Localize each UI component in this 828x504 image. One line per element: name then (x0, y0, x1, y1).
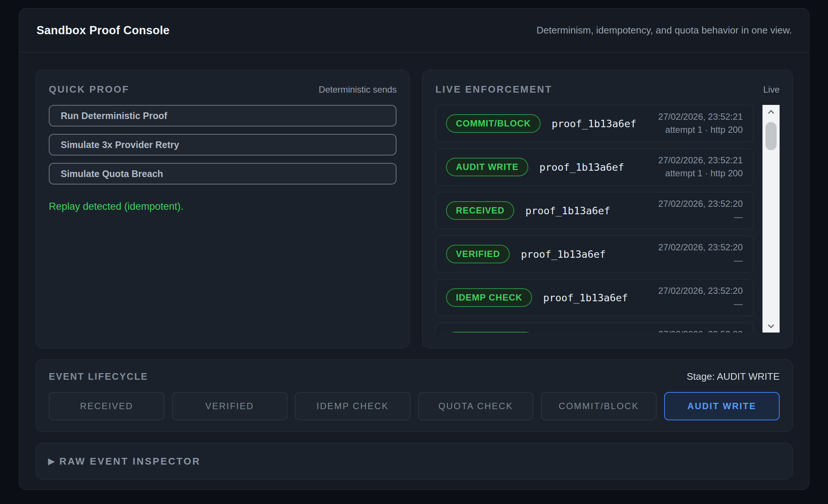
replay-status-text: Replay detected (idempotent). (49, 201, 397, 212)
event-lifecycle-panel: EVENT LIFECYCLE Stage: AUDIT WRITE RECEI… (36, 359, 793, 432)
event-list-viewport: COMMIT/BLOCK proof_1b13a6ef 27/02/2026, … (435, 105, 780, 333)
event-attempt-info: attempt 1 · http 200 (658, 123, 743, 137)
stage-pill-label: QUOTA CHECK (439, 401, 513, 411)
event-row[interactable]: AUDIT WRITE proof_1b13a6ef 27/02/2026, 2… (435, 148, 754, 186)
live-enforcement-title: LIVE ENFORCEMENT (435, 84, 552, 95)
stage-pill[interactable]: QUOTA CHECK (418, 392, 534, 420)
event-timestamp: 27/02/2026, 23:52:20 (658, 198, 743, 211)
quick-proof-title: QUICK PROOF (49, 84, 129, 95)
event-timestamp: 27/02/2026, 23:52:20 (658, 328, 743, 333)
event-list-scrollbar[interactable] (762, 105, 780, 333)
event-meta: 27/02/2026, 23:52:21 attempt 1 · http 20… (658, 110, 743, 137)
scroll-up-icon[interactable] (768, 110, 774, 116)
stage-pill-label: RECEIVED (80, 401, 133, 411)
event-meta: 27/02/2026, 23:52:20 — (658, 285, 743, 311)
event-lifecycle-title: EVENT LIFECYCLE (49, 371, 148, 382)
stage-pill-label: VERIFIED (205, 401, 254, 411)
quick-proof-header: QUICK PROOF Deterministic sends (49, 84, 397, 95)
event-row[interactable]: VERIFIED proof_1b13a6ef 27/02/2026, 23:5… (435, 235, 754, 273)
event-id: proof_1b13a6ef (521, 248, 606, 260)
event-meta: 27/02/2026, 23:52:20 — (658, 198, 743, 224)
event-row-left: IDEMP CHECK proof_1b13a6ef (446, 288, 628, 307)
event-attempt-info: — (658, 254, 743, 267)
event-timestamp: 27/02/2026, 23:52:21 (658, 154, 743, 167)
stage-badge: RECEIVED (446, 201, 514, 220)
event-row-left: COMMIT/BLOCK proof_1b13a6ef (446, 114, 636, 133)
quick-proof-button-label: Run Deterministic Proof (61, 110, 167, 121)
content-area: QUICK PROOF Deterministic sends Run Dete… (19, 52, 809, 479)
event-row[interactable]: QUOTA CHECK proof_1b13a6ef 27/02/2026, 2… (435, 322, 754, 333)
lifecycle-stage-pills: RECEIVED VERIFIED IDEMP CHECK QUOTA CHEC… (49, 392, 780, 420)
quick-proof-buttons: Run Deterministic Proof Simulate 3x Prov… (49, 105, 397, 192)
stage-pill-label: IDEMP CHECK (316, 401, 389, 411)
stage-pill[interactable]: RECEIVED (49, 392, 165, 420)
event-list: COMMIT/BLOCK proof_1b13a6ef 27/02/2026, … (435, 105, 754, 333)
quick-proof-button-label: Simulate Quota Breach (61, 168, 163, 179)
page-title: Sandbox Proof Console (36, 24, 170, 37)
event-id: proof_1b13a6ef (552, 118, 637, 129)
app-header: Sandbox Proof Console Determinism, idemp… (19, 9, 809, 52)
event-row[interactable]: IDEMP CHECK proof_1b13a6ef 27/02/2026, 2… (435, 279, 754, 316)
current-stage-label: Stage: AUDIT WRITE (687, 371, 780, 382)
event-timestamp: 27/02/2026, 23:52:21 (658, 110, 743, 123)
raw-event-inspector-toggle[interactable]: ▶ RAW EVENT INSPECTOR (36, 443, 793, 479)
stage-badge: AUDIT WRITE (446, 158, 528, 176)
disclosure-triangle-icon: ▶ (48, 456, 55, 466)
stage-pill[interactable]: VERIFIED (172, 392, 288, 420)
raw-event-inspector-title: RAW EVENT INSPECTOR (59, 456, 201, 467)
event-id: proof_1b13a6ef (543, 292, 628, 304)
stage-badge: QUOTA CHECK (446, 332, 535, 333)
quick-proof-button[interactable]: Simulate Quota Breach (49, 163, 397, 184)
event-meta: 27/02/2026, 23:52:21 attempt 1 · http 20… (658, 154, 743, 180)
stage-badge: IDEMP CHECK (446, 288, 532, 307)
quick-proof-button[interactable]: Run Deterministic Proof (49, 105, 397, 126)
live-indicator: Live (763, 84, 780, 95)
event-timestamp: 27/02/2026, 23:52:20 (658, 241, 743, 254)
quick-proof-note: Deterministic sends (319, 84, 397, 95)
event-attempt-info: — (658, 298, 743, 311)
event-row-left: AUDIT WRITE proof_1b13a6ef (446, 158, 624, 176)
event-id: proof_1b13a6ef (525, 205, 610, 216)
event-row-left: VERIFIED proof_1b13a6ef (446, 245, 605, 263)
scrollbar-thumb[interactable] (765, 122, 777, 150)
stage-badge: VERIFIED (446, 245, 510, 263)
event-id: proof_1b13a6ef (539, 161, 624, 173)
event-timestamp: 27/02/2026, 23:52:20 (658, 285, 743, 298)
stage-pill-label: AUDIT WRITE (687, 401, 756, 411)
event-row[interactable]: COMMIT/BLOCK proof_1b13a6ef 27/02/2026, … (435, 105, 754, 142)
stage-pill-label: COMMIT/BLOCK (559, 401, 639, 411)
quick-proof-button-label: Simulate 3x Provider Retry (61, 139, 179, 150)
top-panels-row: QUICK PROOF Deterministic sends Run Dete… (36, 70, 793, 348)
quick-proof-button[interactable]: Simulate 3x Provider Retry (49, 134, 397, 155)
scroll-down-icon[interactable] (768, 322, 774, 328)
stage-pill[interactable]: COMMIT/BLOCK (541, 392, 657, 420)
live-enforcement-panel: LIVE ENFORCEMENT Live COMMIT/BLOCK proof… (422, 70, 793, 348)
live-enforcement-header: LIVE ENFORCEMENT Live (435, 84, 780, 95)
stage-pill[interactable]: AUDIT WRITE (664, 392, 780, 420)
event-row[interactable]: RECEIVED proof_1b13a6ef 27/02/2026, 23:5… (435, 192, 754, 229)
event-row-left: QUOTA CHECK proof_1b13a6ef (446, 332, 631, 333)
event-lifecycle-header: EVENT LIFECYCLE Stage: AUDIT WRITE (49, 371, 780, 382)
sandbox-proof-console-window: Sandbox Proof Console Determinism, idemp… (19, 8, 809, 490)
event-meta: 27/02/2026, 23:52:20 — (658, 241, 743, 267)
stage-pill[interactable]: IDEMP CHECK (295, 392, 411, 420)
event-attempt-info: attempt 1 · http 200 (658, 167, 743, 180)
event-meta: 27/02/2026, 23:52:20 — (658, 328, 743, 333)
stage-badge: COMMIT/BLOCK (446, 114, 540, 133)
event-attempt-info: — (658, 211, 743, 224)
quick-proof-panel: QUICK PROOF Deterministic sends Run Dete… (36, 70, 410, 348)
event-row-left: RECEIVED proof_1b13a6ef (446, 201, 610, 220)
page-subtitle: Determinism, idempotency, and quota beha… (536, 25, 792, 36)
